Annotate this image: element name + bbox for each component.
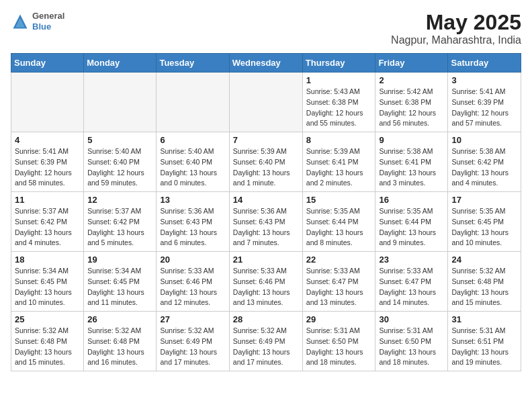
calendar-cell: 14Sunrise: 5:36 AMSunset: 6:43 PMDayligh… (229, 192, 302, 252)
day-info: Sunrise: 5:38 AMSunset: 6:41 PMDaylight:… (379, 146, 444, 189)
calendar-week-1: 1Sunrise: 5:43 AMSunset: 6:38 PMDaylight… (11, 73, 521, 132)
calendar-cell: 6Sunrise: 5:40 AMSunset: 6:40 PMDaylight… (157, 132, 229, 192)
calendar-header-friday: Friday (375, 54, 448, 73)
day-number: 19 (87, 255, 152, 265)
calendar-cell (157, 73, 229, 132)
calendar-cell: 9Sunrise: 5:38 AMSunset: 6:41 PMDaylight… (375, 132, 448, 192)
calendar-cell: 12Sunrise: 5:37 AMSunset: 6:42 PMDayligh… (84, 192, 157, 252)
calendar-cell: 27Sunrise: 5:32 AMSunset: 6:49 PMDayligh… (157, 312, 229, 371)
calendar-cell: 2Sunrise: 5:42 AMSunset: 6:38 PMDaylight… (375, 73, 448, 132)
day-info: Sunrise: 5:37 AMSunset: 6:42 PMDaylight:… (87, 206, 152, 248)
day-number: 5 (87, 135, 152, 145)
day-number: 21 (233, 255, 299, 265)
day-info: Sunrise: 5:41 AMSunset: 6:39 PMDaylight:… (451, 87, 517, 129)
calendar-header-sunday: Sunday (11, 54, 84, 73)
calendar-cell: 10Sunrise: 5:38 AMSunset: 6:42 PMDayligh… (448, 132, 521, 192)
calendar-cell: 19Sunrise: 5:34 AMSunset: 6:45 PMDayligh… (84, 252, 157, 312)
calendar-cell: 23Sunrise: 5:33 AMSunset: 6:47 PMDayligh… (375, 252, 448, 312)
calendar-header-monday: Monday (84, 54, 157, 73)
calendar-cell: 5Sunrise: 5:40 AMSunset: 6:40 PMDaylight… (84, 132, 157, 192)
logo-line1: General (32, 11, 64, 21)
day-number: 12 (87, 195, 152, 205)
calendar-week-4: 18Sunrise: 5:34 AMSunset: 6:45 PMDayligh… (11, 252, 521, 312)
day-info: Sunrise: 5:42 AMSunset: 6:38 PMDaylight:… (379, 87, 444, 129)
day-info: Sunrise: 5:32 AMSunset: 6:48 PMDaylight:… (451, 266, 517, 308)
day-info: Sunrise: 5:33 AMSunset: 6:47 PMDaylight:… (379, 266, 444, 308)
day-number: 13 (160, 195, 225, 205)
day-number: 27 (160, 314, 225, 324)
logo-text: General Blue (32, 11, 64, 32)
calendar-cell: 4Sunrise: 5:41 AMSunset: 6:39 PMDaylight… (11, 132, 84, 192)
calendar-header-row: SundayMondayTuesdayWednesdayThursdayFrid… (11, 54, 521, 73)
day-info: Sunrise: 5:36 AMSunset: 6:43 PMDaylight:… (160, 206, 225, 248)
calendar-cell: 17Sunrise: 5:35 AMSunset: 6:45 PMDayligh… (448, 192, 521, 252)
day-info: Sunrise: 5:32 AMSunset: 6:48 PMDaylight:… (87, 326, 152, 368)
day-info: Sunrise: 5:40 AMSunset: 6:40 PMDaylight:… (160, 146, 225, 189)
calendar-header-saturday: Saturday (448, 54, 521, 73)
day-info: Sunrise: 5:32 AMSunset: 6:49 PMDaylight:… (160, 326, 225, 368)
day-info: Sunrise: 5:35 AMSunset: 6:45 PMDaylight:… (451, 206, 517, 248)
day-number: 17 (451, 195, 517, 205)
calendar-cell: 31Sunrise: 5:31 AMSunset: 6:51 PMDayligh… (448, 312, 521, 371)
day-number: 7 (233, 135, 299, 145)
calendar-cell: 20Sunrise: 5:33 AMSunset: 6:46 PMDayligh… (157, 252, 229, 312)
day-number: 3 (451, 75, 517, 85)
day-info: Sunrise: 5:39 AMSunset: 6:41 PMDaylight:… (306, 146, 372, 189)
day-number: 26 (87, 314, 152, 324)
title-area: May 2025 Nagpur, Maharashtra, India (391, 11, 521, 46)
day-info: Sunrise: 5:33 AMSunset: 6:46 PMDaylight:… (233, 266, 299, 308)
day-number: 20 (160, 255, 225, 265)
day-info: Sunrise: 5:31 AMSunset: 6:50 PMDaylight:… (306, 326, 372, 368)
calendar-cell: 28Sunrise: 5:32 AMSunset: 6:49 PMDayligh… (229, 312, 302, 371)
day-info: Sunrise: 5:31 AMSunset: 6:50 PMDaylight:… (379, 326, 444, 368)
day-number: 15 (306, 195, 372, 205)
day-number: 23 (379, 255, 444, 265)
day-number: 31 (451, 314, 517, 324)
day-info: Sunrise: 5:33 AMSunset: 6:46 PMDaylight:… (160, 266, 225, 308)
day-info: Sunrise: 5:31 AMSunset: 6:51 PMDaylight:… (451, 326, 517, 368)
day-number: 2 (379, 75, 444, 85)
day-info: Sunrise: 5:43 AMSunset: 6:38 PMDaylight:… (306, 87, 372, 129)
calendar-cell (11, 73, 84, 132)
day-number: 11 (15, 195, 80, 205)
day-info: Sunrise: 5:35 AMSunset: 6:44 PMDaylight:… (379, 206, 444, 248)
calendar-week-2: 4Sunrise: 5:41 AMSunset: 6:39 PMDaylight… (11, 132, 521, 192)
day-info: Sunrise: 5:41 AMSunset: 6:39 PMDaylight:… (15, 146, 80, 189)
header: General Blue May 2025 Nagpur, Maharashtr… (11, 11, 521, 46)
calendar-cell (84, 73, 157, 132)
calendar-cell: 11Sunrise: 5:37 AMSunset: 6:42 PMDayligh… (11, 192, 84, 252)
calendar-header-thursday: Thursday (302, 54, 375, 73)
calendar-cell: 7Sunrise: 5:39 AMSunset: 6:40 PMDaylight… (229, 132, 302, 192)
day-number: 30 (379, 314, 444, 324)
day-number: 4 (15, 135, 80, 145)
calendar-cell: 18Sunrise: 5:34 AMSunset: 6:45 PMDayligh… (11, 252, 84, 312)
calendar-cell: 25Sunrise: 5:32 AMSunset: 6:48 PMDayligh… (11, 312, 84, 371)
day-number: 6 (160, 135, 225, 145)
calendar-cell: 8Sunrise: 5:39 AMSunset: 6:41 PMDaylight… (302, 132, 375, 192)
calendar-cell: 29Sunrise: 5:31 AMSunset: 6:50 PMDayligh… (302, 312, 375, 371)
logo-icon (11, 12, 30, 31)
calendar-subtitle: Nagpur, Maharashtra, India (391, 34, 521, 46)
calendar-cell: 30Sunrise: 5:31 AMSunset: 6:50 PMDayligh… (375, 312, 448, 371)
calendar-cell: 3Sunrise: 5:41 AMSunset: 6:39 PMDaylight… (448, 73, 521, 132)
day-info: Sunrise: 5:37 AMSunset: 6:42 PMDaylight:… (15, 206, 80, 248)
logo: General Blue (11, 11, 64, 32)
day-number: 8 (306, 135, 372, 145)
day-info: Sunrise: 5:35 AMSunset: 6:44 PMDaylight:… (306, 206, 372, 248)
calendar-cell: 24Sunrise: 5:32 AMSunset: 6:48 PMDayligh… (448, 252, 521, 312)
day-info: Sunrise: 5:34 AMSunset: 6:45 PMDaylight:… (15, 266, 80, 308)
calendar-cell: 26Sunrise: 5:32 AMSunset: 6:48 PMDayligh… (84, 312, 157, 371)
logo-line2: Blue (32, 21, 64, 32)
day-info: Sunrise: 5:40 AMSunset: 6:40 PMDaylight:… (87, 146, 152, 189)
calendar-week-5: 25Sunrise: 5:32 AMSunset: 6:48 PMDayligh… (11, 312, 521, 371)
day-number: 14 (233, 195, 299, 205)
calendar-header-tuesday: Tuesday (157, 54, 229, 73)
day-info: Sunrise: 5:32 AMSunset: 6:49 PMDaylight:… (233, 326, 299, 368)
day-number: 9 (379, 135, 444, 145)
calendar-cell (229, 73, 302, 132)
day-number: 16 (379, 195, 444, 205)
day-number: 10 (451, 135, 517, 145)
calendar-week-3: 11Sunrise: 5:37 AMSunset: 6:42 PMDayligh… (11, 192, 521, 252)
calendar-cell: 21Sunrise: 5:33 AMSunset: 6:46 PMDayligh… (229, 252, 302, 312)
day-number: 29 (306, 314, 372, 324)
